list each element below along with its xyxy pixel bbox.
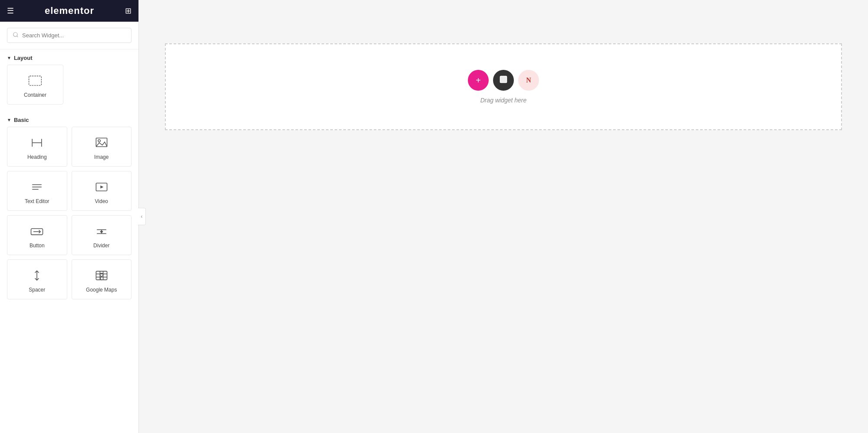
- news-button[interactable]: N: [518, 70, 539, 91]
- logo: elementor: [45, 5, 94, 16]
- basic-widget-grid: Heading Image Text Editor: [0, 127, 138, 306]
- svg-rect-6: [96, 138, 107, 147]
- svg-line-1: [17, 36, 18, 37]
- canvas-inner: + N Drag widget here: [139, 0, 868, 433]
- sidebar: ☰ elementor ⊞ ▼ Layout Container: [0, 0, 139, 433]
- spacer-label: Spacer: [29, 287, 45, 293]
- divider-icon: [94, 223, 109, 239]
- search-icon: [13, 32, 19, 39]
- basic-arrow-icon: ▼: [7, 118, 11, 122]
- widget-heading[interactable]: Heading: [7, 127, 67, 167]
- widget-text-editor[interactable]: Text Editor: [7, 171, 67, 211]
- text-editor-label: Text Editor: [25, 198, 49, 204]
- video-label: Video: [95, 198, 108, 204]
- basic-section-label[interactable]: ▼ Basic: [0, 112, 138, 127]
- image-icon: [94, 135, 109, 151]
- widget-image[interactable]: Image: [72, 127, 132, 167]
- search-input[interactable]: [22, 32, 126, 39]
- sidebar-collapse-handle[interactable]: ‹: [138, 208, 146, 225]
- sidebar-header: ☰ elementor ⊞: [0, 0, 138, 22]
- container-label: Container: [24, 92, 46, 98]
- video-icon: [94, 179, 109, 195]
- layout-section-title: Layout: [14, 55, 33, 61]
- widget-google-maps[interactable]: Google Maps: [72, 259, 132, 299]
- heading-icon: [29, 135, 45, 151]
- svg-rect-26: [500, 76, 507, 83]
- template-icon: [499, 75, 508, 85]
- spacer-icon: [29, 268, 45, 283]
- drag-widget-text: Drag widget here: [480, 97, 527, 104]
- template-button[interactable]: [493, 70, 514, 91]
- svg-point-7: [98, 140, 100, 142]
- layout-section-label[interactable]: ▼ Layout: [0, 49, 138, 65]
- svg-point-0: [13, 33, 17, 36]
- search-area: [0, 22, 138, 49]
- svg-rect-20: [96, 271, 107, 280]
- widget-video[interactable]: Video: [72, 171, 132, 211]
- basic-section-title: Basic: [14, 117, 29, 123]
- button-label: Button: [30, 243, 45, 249]
- hamburger-icon[interactable]: ☰: [7, 6, 14, 16]
- add-section-button[interactable]: +: [468, 70, 489, 91]
- plus-icon: +: [476, 75, 481, 85]
- layout-grid: Container: [0, 65, 138, 112]
- heading-label: Heading: [27, 154, 47, 160]
- drop-zone[interactable]: + N Drag widget here: [165, 43, 842, 130]
- container-icon: [27, 73, 43, 89]
- svg-rect-2: [29, 76, 42, 85]
- drop-zone-buttons: + N: [468, 70, 539, 91]
- text-editor-icon: [29, 179, 45, 195]
- main-canvas: + N Drag widget here: [139, 0, 868, 433]
- collapse-icon: ‹: [141, 213, 143, 220]
- grid-icon[interactable]: ⊞: [125, 6, 132, 16]
- widget-button[interactable]: Button: [7, 215, 67, 255]
- search-wrapper: [7, 28, 132, 43]
- widget-container[interactable]: Container: [7, 65, 63, 105]
- divider-label: Divider: [93, 243, 109, 249]
- svg-marker-12: [100, 185, 103, 188]
- widget-spacer[interactable]: Spacer: [7, 259, 67, 299]
- google-maps-icon: [94, 268, 109, 283]
- widget-divider[interactable]: Divider: [72, 215, 132, 255]
- google-maps-label: Google Maps: [86, 287, 117, 293]
- image-label: Image: [94, 154, 108, 160]
- news-icon: N: [526, 76, 531, 84]
- layout-arrow-icon: ▼: [7, 56, 11, 60]
- button-icon: [29, 223, 45, 239]
